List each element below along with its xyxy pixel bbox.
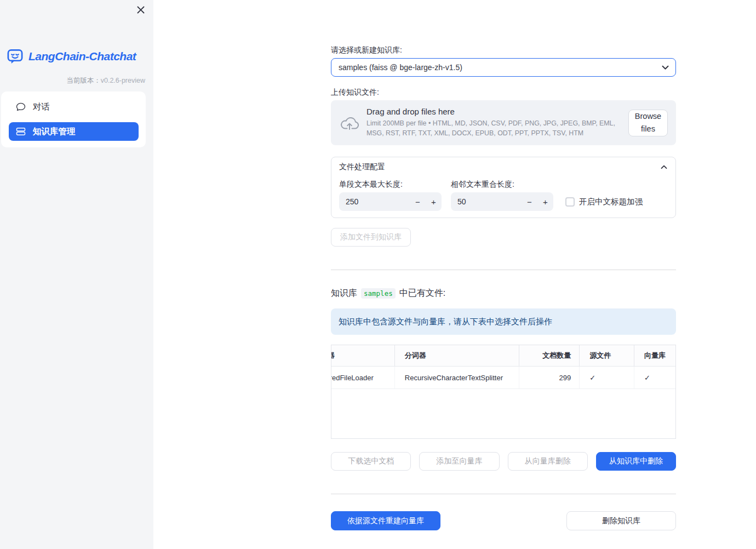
upload-label: 上传知识文件: (331, 88, 676, 97)
table-row[interactable]: UnstructuredFileLoader RecursiveCharacte… (331, 367, 675, 389)
table-header-loader[interactable]: 文档加载器 (331, 345, 394, 366)
kb-files-suffix: 中已有文件: (399, 288, 445, 299)
sidebar: LangChain-Chatchat 当前版本：v0.2.6-preview 对… (0, 0, 153, 549)
kb-name-code: samples (361, 288, 396, 299)
add-to-vector-store-button[interactable]: 添加至向量库 (419, 452, 499, 471)
dropzone-limit: Limit 200MB per file • HTML, MD, JSON, C… (366, 119, 627, 139)
close-icon (136, 5, 146, 15)
table-header-vector-store[interactable]: 向量库 (634, 345, 675, 366)
chevron-down-icon (662, 65, 669, 70)
check-icon: ✓ (589, 374, 595, 382)
file-config-expander: 文件处理配置 单段文本最大长度: 相邻文本重合长度: − + (331, 157, 676, 218)
expander-body: 单段文本最大长度: 相邻文本重合长度: − + − + 开启中文标题加强 (331, 177, 675, 211)
delete-from-vector-store-button[interactable]: 从向量库删除 (508, 452, 588, 471)
kb-select-label: 请选择或新建知识库: (331, 45, 676, 55)
cell-source-file-check: ✓ (579, 367, 634, 388)
chat-bubble-icon (15, 101, 26, 112)
expander-title: 文件处理配置 (339, 162, 385, 172)
sidebar-item-chat[interactable]: 对话 (9, 98, 139, 116)
chunk-size-input[interactable] (339, 197, 410, 206)
delete-kb-button[interactable]: 删除知识库 (566, 511, 676, 530)
stack-icon (15, 126, 26, 137)
overlap-size-input[interactable] (451, 197, 522, 206)
delete-from-kb-button[interactable]: 从知识库中删除 (596, 452, 676, 471)
kb-bottom-buttons: 依据源文件重建向量库 删除知识库 (331, 511, 676, 530)
overlap-size-label: 相邻文本重合长度: (451, 180, 514, 189)
file-action-buttons: 下载选中文档 添加至向量库 从向量库删除 从知识库中删除 (331, 452, 676, 471)
table-header-source-file[interactable]: 源文件 (579, 345, 634, 366)
table-header-doc-count[interactable]: 文档数量 (519, 345, 579, 366)
main-content: 请选择或新建知识库: samples (faiss @ bge-large-zh… (331, 0, 676, 530)
overlap-size-input-group: − + (451, 192, 553, 211)
chatchat-logo-icon (7, 48, 24, 65)
cell-loader: UnstructuredFileLoader (331, 367, 394, 388)
kb-selectbox-value: samples (faiss @ bge-large-zh-v1.5) (339, 63, 662, 72)
sidebar-item-knowledge-base[interactable]: 知识库管理 (9, 122, 139, 141)
file-config-expander-header[interactable]: 文件处理配置 (331, 157, 675, 177)
kb-files-line: 知识库 samples 中已有文件: (331, 287, 676, 299)
dropzone-text: Drag and drop files here Limit 200MB per… (366, 107, 628, 139)
chunk-size-label: 单段文本最大长度: (339, 180, 451, 189)
dropzone-title: Drag and drop files here (366, 107, 628, 116)
sidebar-menu: 对话 知识库管理 (1, 92, 146, 147)
checkbox-label: 开启中文标题加强 (579, 197, 643, 207)
app-title: LangChain-Chatchat (28, 50, 136, 63)
overlap-size-decrement-button[interactable]: − (522, 192, 537, 211)
overlap-size-increment-button[interactable]: + (537, 192, 553, 211)
table-header-row: 文档加载器 分词器 文档数量 源文件 向量库 (331, 345, 675, 367)
sidebar-close-button[interactable] (136, 5, 146, 15)
kb-selectbox[interactable]: samples (faiss @ bge-large-zh-v1.5) (331, 58, 676, 77)
cell-doc-count: 299 (519, 367, 579, 388)
cell-vector-store-check: ✓ (634, 367, 675, 388)
cell-splitter: RecursiveCharacterTextSplitter (394, 367, 519, 388)
chunk-size-decrement-button[interactable]: − (410, 192, 426, 211)
table-header-splitter[interactable]: 分词器 (394, 345, 519, 366)
cloud-upload-icon (340, 116, 359, 130)
kb-files-prefix: 知识库 (331, 288, 357, 299)
chinese-title-enhance-checkbox[interactable]: 开启中文标题加强 (565, 197, 643, 207)
rebuild-vector-store-button[interactable]: 依据源文件重建向量库 (331, 511, 440, 530)
sidebar-item-label: 对话 (33, 101, 50, 113)
version-value: v0.2.6-preview (101, 77, 145, 84)
chevron-up-icon (661, 165, 667, 169)
app-logo: LangChain-Chatchat (7, 48, 136, 65)
sidebar-item-label: 知识库管理 (33, 126, 76, 138)
file-dropzone[interactable]: Drag and drop files here Limit 200MB per… (331, 100, 676, 145)
add-files-to-kb-button[interactable]: 添加文件到知识库 (331, 228, 411, 247)
chunk-size-input-group: − + (339, 192, 442, 211)
check-icon: ✓ (644, 374, 650, 382)
version-info: 当前版本：v0.2.6-preview (66, 76, 145, 85)
version-label: 当前版本： (66, 77, 101, 84)
divider (331, 494, 676, 494)
checkbox-icon (565, 197, 575, 207)
download-selected-button[interactable]: 下载选中文档 (331, 452, 411, 471)
info-banner: 知识库中包含源文件与向量库，请从下表中选择文件后操作 (331, 308, 676, 335)
browse-files-button[interactable]: Browse files (628, 110, 668, 136)
kb-files-table: 文档加载器 分词器 文档数量 源文件 向量库 UnstructuredFileL… (331, 345, 676, 439)
chunk-size-increment-button[interactable]: + (426, 192, 442, 211)
divider (331, 270, 676, 270)
